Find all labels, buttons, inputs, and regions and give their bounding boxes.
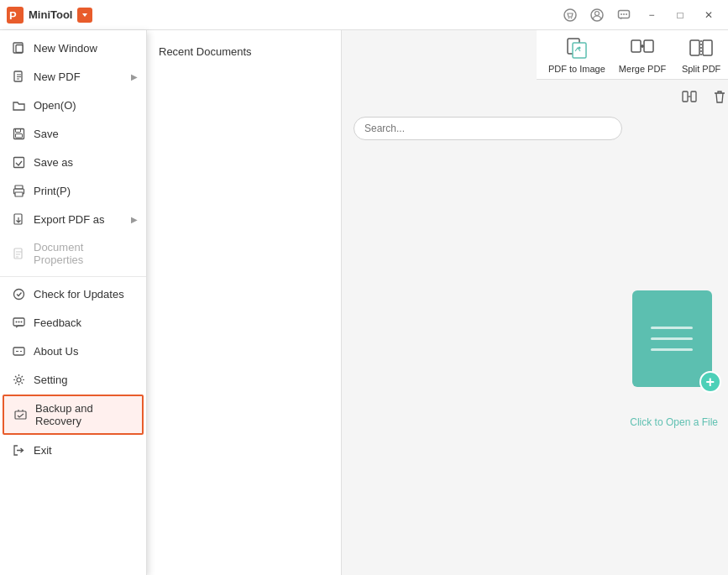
svg-rect-43 — [691, 91, 696, 102]
menu-item-feedback[interactable]: Feedback — [0, 308, 146, 337]
compare-icon[interactable] — [678, 85, 701, 108]
menu-item-label: Exit — [34, 444, 52, 457]
export-pdf-icon — [12, 212, 25, 226]
menu-item-setting[interactable]: Setting — [0, 365, 146, 394]
setting-icon — [12, 373, 25, 386]
maximize-button[interactable]: □ — [668, 3, 693, 27]
menu-item-label: Save — [34, 128, 59, 140]
cart-icon[interactable] — [558, 3, 582, 27]
svg-point-10 — [623, 13, 625, 15]
menu-item-save-as[interactable]: Save as — [0, 148, 146, 176]
file-line-3 — [651, 348, 693, 351]
svg-point-4 — [568, 17, 570, 18]
click-to-open-label[interactable]: Click to Open a File — [630, 416, 718, 428]
print-icon — [12, 184, 25, 197]
dropdown-menu: New Window New PDF ▶ Open(O) — [0, 30, 147, 575]
menu-item-about-us[interactable]: About Us — [0, 337, 146, 365]
save-icon — [12, 127, 25, 140]
menu-item-check-updates[interactable]: Check for Updates — [0, 280, 146, 308]
recent-docs-title: Recent Documents — [147, 39, 341, 65]
svg-point-27 — [18, 321, 19, 322]
action-row — [537, 80, 728, 113]
svg-point-9 — [621, 13, 622, 15]
minimize-button[interactable]: − — [639, 3, 664, 27]
exit-icon — [12, 443, 25, 457]
menu-item-label: New PDF — [34, 71, 81, 83]
title-bar: P MiniTool — [0, 0, 728, 30]
menu-item-label: Open(O) — [34, 99, 76, 112]
toolbar-merge-pdf[interactable]: Merge PDF — [619, 35, 666, 74]
svg-rect-19 — [15, 186, 23, 189]
menu-item-new-window[interactable]: New Window — [0, 34, 146, 62]
menu-item-label: Document Properties — [34, 241, 134, 266]
toolbar-split-pdf[interactable]: Split PDF — [679, 35, 723, 74]
menu-item-backup-recovery[interactable]: Backup and Recovery — [3, 395, 144, 435]
check-updates-icon — [12, 287, 25, 301]
app-logo-icon: P — [7, 7, 24, 24]
center-content: + Click to Open a File — [537, 144, 728, 575]
menu-item-doc-properties[interactable]: Document Properties — [0, 233, 146, 274]
menu-item-label: Backup and Recovery — [35, 402, 133, 427]
arrow-icon: ▶ — [131, 72, 138, 81]
search-input[interactable] — [354, 117, 622, 140]
title-bar-controls: − □ ✕ — [558, 3, 721, 27]
backup-recovery-icon — [13, 408, 27, 421]
svg-text:P: P — [9, 9, 17, 22]
pdf-to-image-icon — [563, 35, 590, 62]
svg-point-3 — [564, 9, 576, 21]
file-main — [632, 290, 712, 387]
svg-point-30 — [17, 378, 21, 382]
svg-rect-21 — [15, 192, 23, 196]
svg-rect-17 — [15, 133, 22, 138]
file-line-1 — [651, 327, 693, 329]
svg-rect-29 — [13, 348, 24, 355]
svg-rect-38 — [703, 40, 712, 55]
svg-marker-2 — [82, 13, 87, 17]
new-window-icon — [12, 41, 25, 55]
svg-point-7 — [595, 11, 600, 15]
svg-rect-36 — [644, 40, 653, 52]
menu-dropdown-button[interactable] — [77, 8, 92, 23]
svg-point-24 — [13, 289, 24, 299]
menu-item-open[interactable]: Open(O) — [0, 91, 146, 119]
menu-item-label: New Window — [34, 42, 97, 55]
menu-item-label: Export PDF as — [34, 213, 105, 226]
menu-item-label: Print(P) — [34, 185, 71, 197]
svg-rect-35 — [631, 40, 641, 52]
user-icon[interactable] — [585, 3, 609, 27]
menu-item-label: About Us — [34, 345, 78, 358]
menu-item-exit[interactable]: Exit — [0, 436, 146, 464]
chat-icon[interactable] — [612, 3, 636, 27]
plus-circle: + — [699, 371, 721, 393]
menu-divider — [0, 276, 146, 277]
menu-item-export-pdf[interactable]: Export PDF as ▶ — [0, 205, 146, 233]
svg-rect-31 — [15, 411, 26, 419]
svg-rect-37 — [690, 40, 699, 55]
menu-item-save[interactable]: Save — [0, 119, 146, 148]
save-as-icon — [12, 155, 25, 169]
close-button[interactable]: ✕ — [696, 3, 721, 27]
svg-point-26 — [15, 321, 17, 322]
svg-point-34 — [578, 47, 580, 50]
menu-item-new-pdf[interactable]: New PDF ▶ — [0, 62, 146, 91]
recent-docs-panel: Recent Documents — [147, 30, 342, 575]
main-area: New Window New PDF ▶ Open(O) — [0, 30, 728, 575]
app-name: MiniTool — [29, 8, 72, 21]
new-pdf-icon — [12, 70, 25, 83]
doc-properties-icon — [12, 247, 25, 260]
svg-point-5 — [571, 17, 573, 18]
menu-item-label: Feedback — [34, 316, 81, 329]
svg-point-11 — [626, 13, 627, 15]
split-pdf-icon — [688, 35, 715, 62]
feedback-icon — [12, 316, 25, 329]
title-bar-left: P MiniTool — [7, 7, 92, 24]
menu-item-print[interactable]: Print(P) — [0, 176, 146, 205]
delete-icon[interactable] — [708, 85, 728, 108]
toolbar-pdf-to-image-label: PDF to Image — [548, 64, 605, 74]
file-illustration: + — [624, 290, 725, 400]
toolbar-pdf-to-image[interactable]: PDF to Image — [548, 35, 605, 74]
toolbar: PDF to Image Merge PDF — [537, 30, 728, 80]
right-panel: PDF to Image Merge PDF — [342, 30, 728, 575]
arrow-icon: ▶ — [131, 215, 138, 224]
svg-rect-42 — [683, 91, 688, 102]
